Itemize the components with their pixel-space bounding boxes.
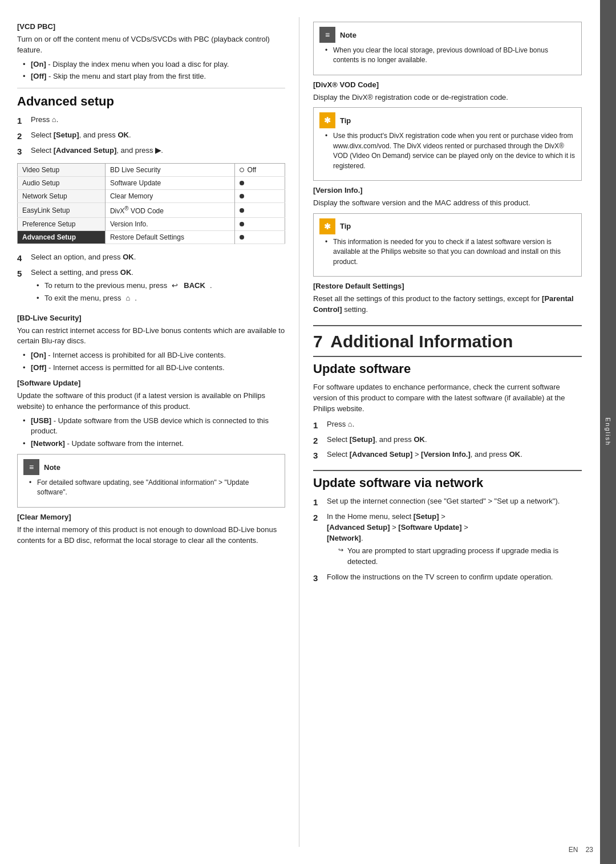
bd-live-bullets: [On] - Internet access is prohibited for… [23, 350, 285, 374]
vcd-pbc-body: Turn on or off the content menu of VCDs/… [17, 34, 285, 56]
list-item: [On] - Internet access is prohibited for… [23, 350, 285, 361]
list-item: To return to the previous menu, press ↩ … [37, 281, 212, 291]
tip-box-2: ✱ Tip This information is needed for you… [313, 213, 582, 277]
clear-memory-body: If the internal memory of this product i… [17, 525, 285, 546]
network-step-2: 2 In the Home menu, select [Setup] >[Adv… [313, 512, 582, 569]
divx-vod-heading: [DivX® VOD Code] [313, 80, 582, 91]
vcd-pbc-section: [VCD PBC] Turn on or off the content men… [17, 22, 285, 82]
chapter-7-block: 7 Additional Information [313, 332, 582, 351]
chapter-num: 7 [313, 332, 323, 351]
restore-default-heading: [Restore Default Settings] [313, 281, 582, 292]
option-clear-memory: Clear Memory [105, 190, 234, 203]
option-val-dot4 [235, 218, 285, 231]
page-number-area: EN 23 [569, 846, 593, 854]
page-num: 23 [586, 846, 593, 854]
language-label-2: English [605, 417, 611, 446]
update-software-steps: 1 Press ⌂. 2 Select [Setup], and press O… [313, 419, 582, 462]
tip-box-1: ✱ Tip Use this product's DivX registrati… [313, 107, 582, 181]
tip-icon-2: ✱ [319, 218, 335, 234]
update-software-heading: Update software [313, 362, 582, 376]
vcd-pbc-heading: [VCD PBC] [17, 22, 285, 33]
software-update-body: Update the software of this product (if … [17, 391, 285, 412]
network-step-3: 3 Follow the instructions on the TV scre… [313, 572, 582, 585]
table-row: Network Setup Clear Memory [18, 190, 285, 203]
table-row: Video Setup BD Live Security Off [18, 164, 285, 177]
note-header: ≡ Note [23, 459, 279, 475]
list-item: To exit the menu, press⌂ . [37, 293, 212, 304]
tip-icon-1: ✱ [319, 112, 335, 128]
software-update-bullets: [USB] - Update software from the USB dev… [23, 416, 285, 450]
network-step-1: 1 Set up the internet connection (see "G… [313, 496, 582, 509]
version-info-heading: [Version Info.] [313, 185, 582, 196]
table-row: Preference Setup Version Info. [18, 218, 285, 231]
menu-preference: Preference Setup [18, 218, 106, 231]
step-1: 1 Press ⌂. [17, 115, 285, 127]
option-divx-vod: DivX® VOD Code [105, 203, 234, 218]
option-val-dot3 [235, 203, 285, 218]
right-column: ≡ Note When you clear the local storage,… [299, 17, 582, 847]
tip-label-1: Tip [340, 116, 351, 125]
option-bd-live: BD Live Security [105, 164, 234, 177]
language-sidebar-2: English [600, 0, 616, 864]
setup-table: Video Setup BD Live Security Off Audio S… [17, 163, 285, 244]
bd-live-heading: [BD-Live Security] [17, 313, 285, 324]
step-4: 4 Select an option, and press OK. [17, 252, 285, 265]
update-via-network-heading: Update software via network [313, 476, 582, 490]
note-icon: ≡ [23, 459, 39, 475]
list-item: When you clear the local storage, previo… [325, 46, 576, 66]
list-item: [USB] - Update software from the USB dev… [23, 416, 285, 437]
bd-live-body: You can restrict internet access for BD-… [17, 326, 285, 347]
step-5: 5 Select a setting, and press OK. To ret… [17, 267, 285, 309]
advanced-setup-steps: 1 Press ⌂. 2 Select [Setup], and press O… [17, 115, 285, 157]
menu-audio-setup: Audio Setup [18, 177, 106, 190]
list-item: For detailed software updating, see "Add… [29, 478, 279, 498]
note-header-top: ≡ Note [319, 27, 576, 43]
note-bullets: For detailed software updating, see "Add… [29, 478, 279, 498]
chapter-title: Additional Information [330, 332, 513, 351]
menu-network-setup: Network Setup [18, 190, 106, 203]
list-item: This information is needed for you to ch… [325, 237, 576, 267]
option-software-update: Software Update [105, 177, 234, 190]
tip-2-bullets: This information is needed for you to ch… [325, 237, 576, 267]
menu-video-setup: Video Setup [18, 164, 106, 177]
list-item: [Off] - Internet access is permitted for… [23, 363, 285, 374]
home-icon: ⌂ [52, 115, 56, 125]
tip-label-2: Tip [340, 222, 351, 230]
left-column: [VCD PBC] Turn on or off the content men… [17, 17, 299, 847]
advanced-setup-heading: Advanced setup [17, 94, 285, 109]
table-row: EasyLink Setup DivX® VOD Code [18, 203, 285, 218]
home-icon-2: ⌂ [125, 293, 130, 304]
update-step-2: 2 Select [Setup], and press OK. [313, 435, 582, 447]
tip-header-1: ✱ Tip [319, 112, 576, 128]
option-val-dot2 [235, 190, 285, 203]
home-icon-3: ⌂ [348, 419, 352, 430]
option-val-dot [235, 177, 285, 190]
note-top-bullets: When you clear the local storage, previo… [325, 46, 576, 66]
note-icon-top: ≡ [319, 27, 335, 43]
network-step-2-sub: You are prompted to start upgrading proc… [338, 546, 582, 567]
option-val-off: Off [235, 164, 285, 177]
vcd-pbc-bullets: [On] - Display the index menu when you l… [23, 59, 285, 83]
option-restore: Restore Default Settings [105, 231, 234, 244]
version-info-body: Display the software version and the MAC… [313, 198, 582, 209]
menu-advanced-selected: Advanced Setup [18, 231, 106, 244]
list-item: You are prompted to start upgrading proc… [338, 546, 582, 567]
software-update-heading: [Software Update] [17, 378, 285, 389]
page-en-label: EN [569, 846, 578, 854]
note-label: Note [44, 463, 60, 472]
update-step-3: 3 Select [Advanced Setup] > [Version Inf… [313, 449, 582, 462]
divx-vod-body: Display the DivX® registration code or d… [313, 92, 582, 103]
list-item: [Network] - Update software from the int… [23, 439, 285, 449]
tip-header-2: ✱ Tip [319, 218, 576, 234]
step-2: 2 Select [Setup], and press OK. [17, 130, 285, 143]
update-network-steps: 1 Set up the internet connection (see "G… [313, 496, 582, 585]
tip-1-bullets: Use this product's DivX registration cod… [325, 131, 576, 171]
menu-easylink: EasyLink Setup [18, 203, 106, 218]
option-version: Version Info. [105, 218, 234, 231]
table-row: Audio Setup Software Update [18, 177, 285, 190]
note-box-top: ≡ Note When you clear the local storage,… [313, 22, 582, 75]
list-item: Use this product's DivX registration cod… [325, 131, 576, 171]
table-row: Advanced Setup Restore Default Settings [18, 231, 285, 244]
list-item: [Off] - Skip the menu and start play fro… [23, 71, 285, 82]
list-item: [On] - Display the index menu when you l… [23, 59, 285, 70]
